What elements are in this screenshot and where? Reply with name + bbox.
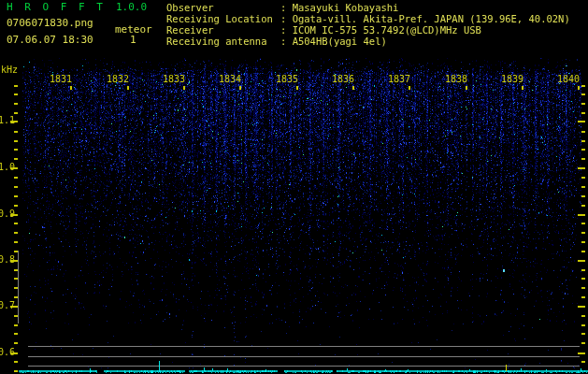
app-title: H R O F F T [7, 2, 106, 13]
info-label: Receiver [166, 24, 280, 36]
app-version: 1.0.0 [116, 2, 147, 13]
info-row-location: Receiving Location : Ogata-vill. Akita-P… [166, 13, 570, 24]
time-tick-label: 1833 [162, 74, 186, 85]
hrofft-window: H R O F F T 1.0.0 0706071830.png meteor … [0, 0, 588, 374]
freq-tick-label: 0.6 [0, 347, 15, 358]
freq-tick-label: 0.9 [0, 209, 15, 220]
time-tick-label: 1836 [331, 74, 355, 85]
time-tick-label: 1837 [387, 74, 411, 85]
info-value: : ICOM IC-575 53.7492(@LCD)MHz USB [280, 24, 481, 36]
freq-tick-label: 1.0 [0, 162, 15, 173]
info-row-antenna: Receiving antenna : A504HB(yagi 4el) [166, 36, 570, 47]
info-row-observer: Observer : Masayuki Kobayashi [166, 2, 570, 13]
time-tick-label: 1835 [275, 74, 299, 85]
time-tick-label: 1838 [444, 74, 468, 85]
freq-tick-label: 0.7 [0, 300, 15, 311]
time-tick-label: 1832 [106, 74, 130, 85]
info-label: Receiving Location [166, 13, 280, 24]
spectrogram-canvas [0, 0, 588, 374]
output-filename: 0706071830.png [7, 18, 93, 29]
freq-tick-label: 1.1 [0, 115, 15, 126]
time-tick-label: 1840 [556, 74, 581, 85]
time-tick-label: 1839 [500, 74, 524, 85]
freq-tick-label: 0.8 [0, 254, 15, 266]
info-value: : A504HB(yagi 4el) [280, 36, 387, 47]
info-value: : Ogata-vill. Akita-Pref. JAPAN (139.96E… [280, 13, 570, 24]
info-label: Observer [166, 2, 280, 13]
channel-number: 1 [130, 35, 136, 46]
datetime-label: 07.06.07 18:30 [7, 35, 93, 46]
info-row-receiver: Receiver : ICOM IC-575 53.7492(@LCD)MHz … [166, 24, 570, 36]
station-info: Observer : Masayuki Kobayashi Receiving … [166, 2, 570, 47]
time-tick-label: 1831 [49, 74, 73, 85]
freq-axis-unit: kHz [1, 65, 18, 76]
info-label: Receiving antenna [166, 36, 280, 47]
time-tick-label: 1834 [218, 74, 242, 85]
info-value: : Masayuki Kobayashi [280, 2, 398, 13]
